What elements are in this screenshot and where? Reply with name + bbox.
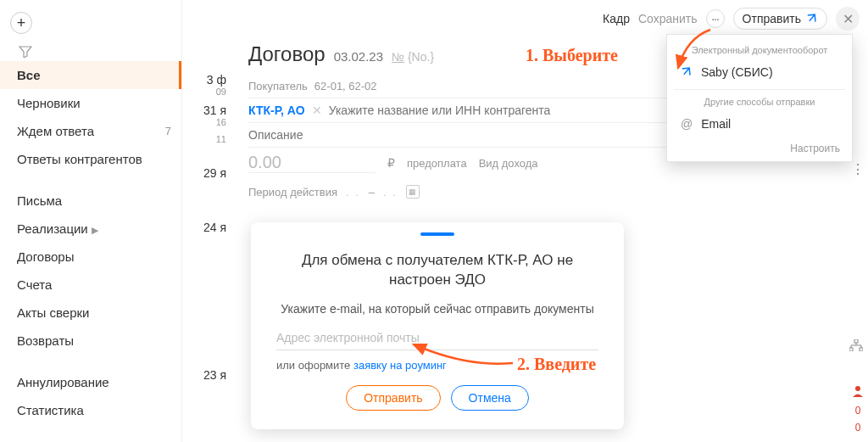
- timeline-entry[interactable]: 23 я: [182, 363, 233, 383]
- sidebar-item-replies[interactable]: Ответы контрагентов: [0, 145, 181, 173]
- sidebar-item-stats[interactable]: Статистика: [0, 396, 181, 424]
- calendar-icon[interactable]: ▦: [406, 185, 420, 199]
- dropdown-item-saby[interactable]: Saby (СБИС): [667, 59, 852, 86]
- sidebar-item-all[interactable]: Все: [0, 61, 181, 89]
- more-button[interactable]: ···: [706, 9, 725, 28]
- rail-count-2: 0: [855, 422, 861, 434]
- sidebar-item-count: 7: [165, 125, 171, 137]
- sidebar-item-label: Счета: [17, 277, 52, 292]
- sidebar-item-label: Ответы контрагентов: [17, 152, 142, 166]
- sidebar-item-realizations[interactable]: Реализации▶: [0, 215, 181, 243]
- email-input[interactable]: [276, 326, 598, 350]
- sidebar-item-contracts[interactable]: Договоры: [0, 243, 181, 271]
- sidebar-item-label: Договоры: [17, 249, 74, 264]
- timeline-entry[interactable]: 3 ф 09: [182, 68, 233, 98]
- popup-cancel-button[interactable]: Отмена: [451, 385, 529, 411]
- send-dropdown: Электронный документооборот Saby (СБИС) …: [666, 34, 853, 162]
- popup-handle[interactable]: [420, 232, 454, 236]
- amount-input[interactable]: 0.00: [248, 153, 376, 173]
- dropdown-header-other: Другие способы отправки: [667, 93, 852, 110]
- chevron-right-icon: ▶: [92, 225, 98, 235]
- right-rail: ⋮: [849, 161, 866, 177]
- sidebar: + Все Черновики Ждем ответа 7 Ответы кон…: [0, 0, 182, 442]
- sidebar-item-label: Акты сверки: [17, 305, 89, 320]
- period-label: Период действия: [248, 186, 337, 199]
- close-button[interactable]: ✕: [836, 7, 860, 31]
- doc-number[interactable]: № {No.}: [392, 50, 434, 64]
- rail-bottom: 0 0: [849, 385, 866, 434]
- sidebar-item-waiting[interactable]: Ждем ответа 7: [0, 117, 181, 145]
- sidebar-item-label: Реализации: [17, 221, 88, 236]
- period-row: Период действия . . – . . ▦: [248, 178, 851, 205]
- sidebar-item-label: Черновики: [17, 96, 81, 110]
- send-icon: [806, 12, 818, 25]
- email-popup: Для обмена с получателем КТК-Р, АО не на…: [251, 222, 624, 429]
- income-type-link[interactable]: Вид дохода: [479, 157, 538, 170]
- sidebar-item-acts[interactable]: Акты сверки: [0, 299, 181, 327]
- timeline-entry[interactable]: 31 я 16: [182, 98, 233, 129]
- svg-rect-1: [849, 348, 853, 351]
- add-button[interactable]: +: [10, 12, 32, 34]
- popup-subtitle: Укажите e-mail, на который сейчас отправ…: [276, 302, 598, 316]
- dropdown-setup-link[interactable]: Настроить: [667, 137, 852, 154]
- dropdown-item-label: Saby (СБИС): [701, 65, 773, 79]
- roaming-link[interactable]: заявку на роуминг: [353, 359, 447, 372]
- doc-date: 03.02.23: [334, 49, 383, 64]
- doc-title: Договор: [248, 42, 326, 66]
- dropdown-header-edo: Электронный документооборот: [667, 42, 852, 59]
- svg-rect-2: [860, 348, 863, 351]
- sidebar-item-label: Ждем ответа: [17, 124, 94, 138]
- sidebar-item-label: Аннулирование: [17, 375, 109, 389]
- sidebar-item-label: Возвраты: [17, 333, 74, 348]
- prepay-link[interactable]: предоплата: [407, 157, 467, 170]
- dropdown-item-label: Email: [701, 117, 731, 131]
- toolbar-kadr[interactable]: Кадр: [603, 12, 630, 25]
- sidebar-item-label: Статистика: [17, 403, 84, 417]
- buyer-value[interactable]: КТК-Р, АО: [248, 104, 305, 117]
- period-to[interactable]: . .: [383, 186, 398, 199]
- clear-icon[interactable]: ✕: [312, 104, 322, 117]
- sidebar-item-drafts[interactable]: Черновики: [0, 89, 181, 117]
- sidebar-item-letters[interactable]: Письма: [0, 187, 181, 215]
- buyer-label: Покупатель: [248, 80, 308, 92]
- popup-title: Для обмена с получателем КТК-Р, АО не на…: [276, 251, 598, 290]
- email-icon: @: [681, 117, 693, 131]
- toolbar-save[interactable]: Сохранить: [638, 12, 698, 25]
- svg-point-3: [855, 386, 860, 391]
- toolbar: Кадр Сохранить ··· Отправить ✕: [603, 7, 860, 31]
- currency-icon: ₽: [387, 156, 395, 170]
- timeline-entry[interactable]: 29 я: [182, 161, 233, 182]
- buyer-codes: 62-01, 62-02: [314, 80, 377, 92]
- svg-rect-0: [854, 339, 858, 343]
- popup-or-text: или оформите заявку на роуминг: [276, 359, 598, 372]
- timeline-entry[interactable]: 11: [182, 129, 233, 146]
- filter-icon[interactable]: [0, 41, 181, 61]
- sidebar-item-label: Все: [17, 68, 41, 82]
- send-button[interactable]: Отправить: [733, 8, 827, 30]
- rail-count-1: 0: [855, 405, 861, 417]
- saby-icon: [681, 65, 693, 79]
- hierarchy-icon[interactable]: [849, 339, 863, 354]
- timeline-entry[interactable]: 24 я: [182, 215, 233, 236]
- sidebar-item-invoices[interactable]: Счета: [0, 271, 181, 299]
- timeline: 3 ф 09 31 я 16 11 29 я 24 я 23 я: [182, 0, 233, 442]
- period-from[interactable]: . .: [346, 186, 360, 199]
- popup-send-button[interactable]: Отправить: [346, 385, 440, 411]
- dropdown-item-email[interactable]: @ Email: [667, 110, 852, 137]
- sidebar-item-annul[interactable]: Аннулирование: [0, 368, 181, 396]
- sidebar-item-returns[interactable]: Возвраты: [0, 327, 181, 355]
- person-icon[interactable]: [852, 385, 864, 400]
- rail-more-icon[interactable]: ⋮: [851, 161, 865, 177]
- send-label: Отправить: [743, 12, 801, 25]
- sidebar-item-label: Письма: [17, 193, 62, 208]
